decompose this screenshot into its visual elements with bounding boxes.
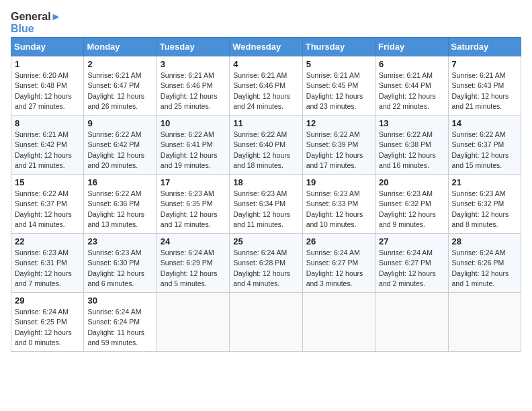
day-number: 22	[15, 236, 80, 246]
col-header-thursday: Thursday	[302, 38, 375, 56]
day-info: Sunrise: 6:22 AM Sunset: 6:38 PM Dayligh…	[379, 130, 444, 171]
calendar-header-row: SundayMondayTuesdayWednesdayThursdayFrid…	[11, 38, 521, 56]
calendar-cell: 2Sunrise: 6:21 AM Sunset: 6:47 PM Daylig…	[84, 56, 157, 116]
day-info: Sunrise: 6:21 AM Sunset: 6:47 PM Dayligh…	[87, 71, 152, 111]
day-number: 20	[379, 177, 444, 187]
day-info: Sunrise: 6:22 AM Sunset: 6:39 PM Dayligh…	[306, 130, 371, 171]
day-number: 25	[233, 236, 298, 246]
day-number: 9	[87, 118, 152, 128]
calendar-cell: 8Sunrise: 6:21 AM Sunset: 6:42 PM Daylig…	[11, 116, 84, 175]
calendar-cell: 16Sunrise: 6:22 AM Sunset: 6:36 PM Dayli…	[84, 175, 157, 234]
calendar-cell: 4Sunrise: 6:21 AM Sunset: 6:46 PM Daylig…	[230, 56, 302, 116]
day-number: 19	[306, 177, 371, 187]
day-number: 26	[306, 236, 371, 246]
day-info: Sunrise: 6:21 AM Sunset: 6:42 PM Dayligh…	[15, 130, 80, 171]
day-info: Sunrise: 6:23 AM Sunset: 6:32 PM Dayligh…	[452, 189, 517, 230]
calendar-cell: 14Sunrise: 6:22 AM Sunset: 6:37 PM Dayli…	[448, 116, 521, 175]
calendar-cell: 23Sunrise: 6:23 AM Sunset: 6:30 PM Dayli…	[84, 234, 157, 293]
calendar-cell: 18Sunrise: 6:23 AM Sunset: 6:34 PM Dayli…	[230, 175, 302, 234]
day-number: 6	[379, 59, 444, 69]
day-number: 2	[87, 59, 152, 69]
calendar-cell: 30Sunrise: 6:24 AM Sunset: 6:24 PM Dayli…	[84, 293, 157, 352]
week-row-1: 1Sunrise: 6:20 AM Sunset: 6:48 PM Daylig…	[11, 56, 521, 116]
calendar-cell: 6Sunrise: 6:21 AM Sunset: 6:44 PM Daylig…	[375, 56, 448, 116]
logo-line1: General►	[11, 11, 61, 23]
calendar-cell: 25Sunrise: 6:24 AM Sunset: 6:28 PM Dayli…	[230, 234, 302, 293]
day-number: 10	[161, 118, 226, 128]
logo-text-block: General► Blue	[11, 11, 61, 34]
day-info: Sunrise: 6:21 AM Sunset: 6:44 PM Dayligh…	[379, 71, 444, 111]
calendar-cell: 20Sunrise: 6:23 AM Sunset: 6:32 PM Dayli…	[375, 175, 448, 234]
calendar-cell	[230, 293, 302, 352]
calendar-cell: 19Sunrise: 6:23 AM Sunset: 6:33 PM Dayli…	[302, 175, 375, 234]
col-header-saturday: Saturday	[448, 38, 521, 56]
calendar-cell: 21Sunrise: 6:23 AM Sunset: 6:32 PM Dayli…	[448, 175, 521, 234]
calendar-cell	[448, 293, 521, 352]
day-number: 23	[87, 236, 152, 246]
day-number: 16	[87, 177, 152, 187]
day-number: 28	[452, 236, 517, 246]
day-number: 7	[452, 59, 517, 69]
week-row-5: 29Sunrise: 6:24 AM Sunset: 6:25 PM Dayli…	[11, 293, 521, 352]
day-info: Sunrise: 6:24 AM Sunset: 6:28 PM Dayligh…	[233, 248, 298, 289]
col-header-sunday: Sunday	[11, 38, 84, 56]
day-info: Sunrise: 6:22 AM Sunset: 6:37 PM Dayligh…	[15, 189, 80, 230]
calendar-cell: 9Sunrise: 6:22 AM Sunset: 6:42 PM Daylig…	[84, 116, 157, 175]
day-info: Sunrise: 6:22 AM Sunset: 6:42 PM Dayligh…	[87, 130, 152, 171]
day-number: 8	[15, 118, 80, 128]
day-number: 27	[379, 236, 444, 246]
day-info: Sunrise: 6:24 AM Sunset: 6:27 PM Dayligh…	[379, 248, 444, 289]
day-info: Sunrise: 6:22 AM Sunset: 6:40 PM Dayligh…	[233, 130, 298, 171]
calendar-body: 1Sunrise: 6:20 AM Sunset: 6:48 PM Daylig…	[11, 56, 521, 352]
day-info: Sunrise: 6:24 AM Sunset: 6:26 PM Dayligh…	[452, 248, 517, 289]
calendar-cell: 22Sunrise: 6:23 AM Sunset: 6:31 PM Dayli…	[11, 234, 84, 293]
week-row-3: 15Sunrise: 6:22 AM Sunset: 6:37 PM Dayli…	[11, 175, 521, 234]
week-row-2: 8Sunrise: 6:21 AM Sunset: 6:42 PM Daylig…	[11, 116, 521, 175]
day-number: 12	[306, 118, 371, 128]
calendar-cell: 1Sunrise: 6:20 AM Sunset: 6:48 PM Daylig…	[11, 56, 84, 116]
day-number: 15	[15, 177, 80, 187]
logo-line2: Blue	[11, 23, 61, 35]
day-number: 17	[161, 177, 226, 187]
day-info: Sunrise: 6:20 AM Sunset: 6:48 PM Dayligh…	[15, 71, 80, 111]
day-info: Sunrise: 6:21 AM Sunset: 6:43 PM Dayligh…	[452, 71, 517, 111]
page-header: General► Blue	[11, 11, 521, 34]
calendar-cell: 24Sunrise: 6:24 AM Sunset: 6:29 PM Dayli…	[157, 234, 229, 293]
day-info: Sunrise: 6:23 AM Sunset: 6:31 PM Dayligh…	[15, 248, 80, 289]
day-number: 4	[233, 59, 298, 69]
calendar-cell: 11Sunrise: 6:22 AM Sunset: 6:40 PM Dayli…	[230, 116, 302, 175]
calendar-cell	[375, 293, 448, 352]
calendar-cell: 10Sunrise: 6:22 AM Sunset: 6:41 PM Dayli…	[157, 116, 229, 175]
day-info: Sunrise: 6:21 AM Sunset: 6:46 PM Dayligh…	[161, 71, 226, 111]
day-info: Sunrise: 6:22 AM Sunset: 6:36 PM Dayligh…	[87, 189, 152, 230]
day-number: 13	[379, 118, 444, 128]
day-info: Sunrise: 6:22 AM Sunset: 6:37 PM Dayligh…	[452, 130, 517, 171]
day-info: Sunrise: 6:24 AM Sunset: 6:27 PM Dayligh…	[306, 248, 371, 289]
col-header-monday: Monday	[84, 38, 157, 56]
calendar-cell: 26Sunrise: 6:24 AM Sunset: 6:27 PM Dayli…	[302, 234, 375, 293]
calendar-cell	[157, 293, 229, 352]
day-info: Sunrise: 6:24 AM Sunset: 6:24 PM Dayligh…	[87, 307, 152, 348]
day-number: 30	[87, 295, 152, 306]
calendar-cell: 3Sunrise: 6:21 AM Sunset: 6:46 PM Daylig…	[157, 56, 229, 116]
calendar-cell: 29Sunrise: 6:24 AM Sunset: 6:25 PM Dayli…	[11, 293, 84, 352]
day-number: 5	[306, 59, 371, 69]
calendar-cell	[302, 293, 375, 352]
logo: General► Blue	[11, 11, 61, 34]
col-header-wednesday: Wednesday	[230, 38, 302, 56]
day-number: 1	[15, 59, 80, 69]
day-info: Sunrise: 6:23 AM Sunset: 6:30 PM Dayligh…	[87, 248, 152, 289]
day-number: 18	[233, 177, 298, 187]
day-info: Sunrise: 6:22 AM Sunset: 6:41 PM Dayligh…	[161, 130, 226, 171]
calendar-cell: 13Sunrise: 6:22 AM Sunset: 6:38 PM Dayli…	[375, 116, 448, 175]
day-info: Sunrise: 6:23 AM Sunset: 6:35 PM Dayligh…	[161, 189, 226, 230]
day-number: 24	[161, 236, 226, 246]
calendar-cell: 7Sunrise: 6:21 AM Sunset: 6:43 PM Daylig…	[448, 56, 521, 116]
calendar-cell: 17Sunrise: 6:23 AM Sunset: 6:35 PM Dayli…	[157, 175, 229, 234]
day-info: Sunrise: 6:23 AM Sunset: 6:32 PM Dayligh…	[379, 189, 444, 230]
calendar-cell: 15Sunrise: 6:22 AM Sunset: 6:37 PM Dayli…	[11, 175, 84, 234]
day-info: Sunrise: 6:23 AM Sunset: 6:34 PM Dayligh…	[233, 189, 298, 230]
day-number: 14	[452, 118, 517, 128]
calendar-cell: 27Sunrise: 6:24 AM Sunset: 6:27 PM Dayli…	[375, 234, 448, 293]
day-info: Sunrise: 6:24 AM Sunset: 6:25 PM Dayligh…	[15, 307, 80, 348]
